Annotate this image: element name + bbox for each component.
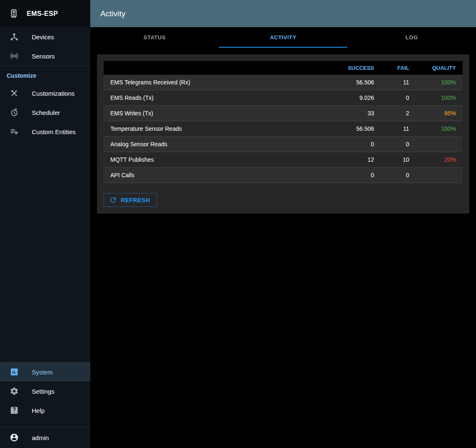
refresh-button-label: REFRESH [121,197,150,204]
row-fail: 11 [381,121,416,137]
row-quality: 100% [416,121,463,137]
tab-log[interactable]: LOG [347,27,476,48]
sidebar-item-scheduler[interactable]: Scheduler [0,103,90,122]
system-icon [9,367,19,377]
column-header-success: SUCCESS [331,61,381,75]
sidebar-item-sensors[interactable]: Sensors [0,46,90,66]
tab-status[interactable]: STATUS [90,27,219,48]
table-row: API Calls 0 0 [104,168,463,183]
row-success: 0 [331,137,381,152]
sidebar-item-label: Devices [32,33,54,41]
scheduler-icon [9,107,19,117]
sidebar-item-label: Customizations [32,90,75,97]
sidebar-item-custom-entities[interactable]: Custom Entities [0,122,90,141]
tab-label: STATUS [143,34,165,41]
account-circle-icon [9,433,19,443]
devices-icon [9,32,19,42]
table-row: EMS Reads (Tx) 9.026 0 100% [104,90,463,106]
row-success: 0 [331,168,381,183]
page-title: Activity [100,9,125,18]
row-success: 56.506 [331,75,381,90]
refresh-button[interactable]: REFRESH [104,193,157,207]
sidebar-item-settings[interactable]: Settings [0,382,90,401]
username-label: admin [32,434,49,441]
sidebar-item-customizations[interactable]: Customizations [0,84,90,103]
column-header-quality: QUALITY [416,61,463,75]
row-fail: 0 [381,90,416,106]
row-fail: 11 [381,75,416,90]
row-name: Temperature Sensor Reads [104,121,331,137]
table-row: MQTT Publishes 12 10 20% [104,152,463,168]
sidebar-item-admin[interactable]: admin [0,427,90,448]
tab-bar: STATUS ACTIVITY LOG [90,27,476,48]
table-row: Temperature Sensor Reads 56.506 11 100% [104,121,463,137]
sidebar-spacer [0,141,90,362]
column-header-fail: FAIL [381,61,416,75]
tab-label: LOG [405,34,418,41]
sidebar-section-customize: Customize [0,66,90,84]
logo-bar: EMS-ESP [0,0,90,27]
custom-entities-icon [9,127,19,137]
sidebar-item-help[interactable]: Help [0,401,90,420]
row-quality: 95% [416,106,463,121]
settings-gear-icon [9,386,19,396]
sidebar-item-label: Help [32,407,45,414]
table-row: EMS Writes (Tx) 33 2 95% [104,106,463,121]
ems-esp-logo-icon [8,7,20,21]
sidebar-item-system[interactable]: System [0,362,90,382]
row-quality [416,168,463,183]
help-icon [9,405,19,415]
row-fail: 0 [381,168,416,183]
refresh-icon [109,196,117,204]
app-title: EMS-ESP [27,10,58,18]
row-name: EMS Reads (Tx) [104,90,331,106]
sidebar-item-label: System [32,369,53,376]
main-area: Activity STATUS ACTIVITY LOG SUCCESS FA [90,0,476,448]
row-fail: 2 [381,106,416,121]
row-quality: 100% [416,75,463,90]
tab-label: ACTIVITY [270,34,296,41]
activity-table: SUCCESS FAIL QUALITY EMS Telegrams Recei… [104,61,463,183]
row-quality: 20% [416,152,463,168]
row-name: Analog Sensor Reads [104,137,331,152]
sensors-icon [9,51,19,61]
tab-activity[interactable]: ACTIVITY [219,27,348,48]
sidebar-item-label: Sensors [32,53,55,60]
sidebar-item-label: Custom Entities [32,128,76,135]
row-name: API Calls [104,168,331,183]
table-row: EMS Telegrams Received (Rx) 56.506 11 10… [104,75,463,90]
row-success: 12 [331,152,381,168]
sidebar-item-label: Scheduler [32,109,60,116]
customizations-icon [9,88,19,98]
sidebar-item-label: Settings [32,388,54,395]
row-name: MQTT Publishes [104,152,331,168]
app-root: EMS-ESP Devices Sensors Customize Custom… [0,0,476,448]
tab-active-indicator [219,47,348,48]
row-success: 33 [331,106,381,121]
table-row: Analog Sensor Reads 0 0 [104,137,463,152]
row-name: EMS Telegrams Received (Rx) [104,75,331,90]
sidebar-item-devices[interactable]: Devices [0,27,90,46]
column-header-name [104,61,331,75]
appbar: Activity [90,0,476,27]
activity-card: SUCCESS FAIL QUALITY EMS Telegrams Recei… [97,54,469,214]
row-success: 9.026 [331,90,381,106]
row-fail: 10 [381,152,416,168]
table-header-row: SUCCESS FAIL QUALITY [104,61,463,75]
row-quality [416,137,463,152]
row-quality: 100% [416,90,463,106]
row-success: 56.506 [331,121,381,137]
row-name: EMS Writes (Tx) [104,106,331,121]
sidebar: EMS-ESP Devices Sensors Customize Custom… [0,0,90,448]
row-fail: 0 [381,137,416,152]
